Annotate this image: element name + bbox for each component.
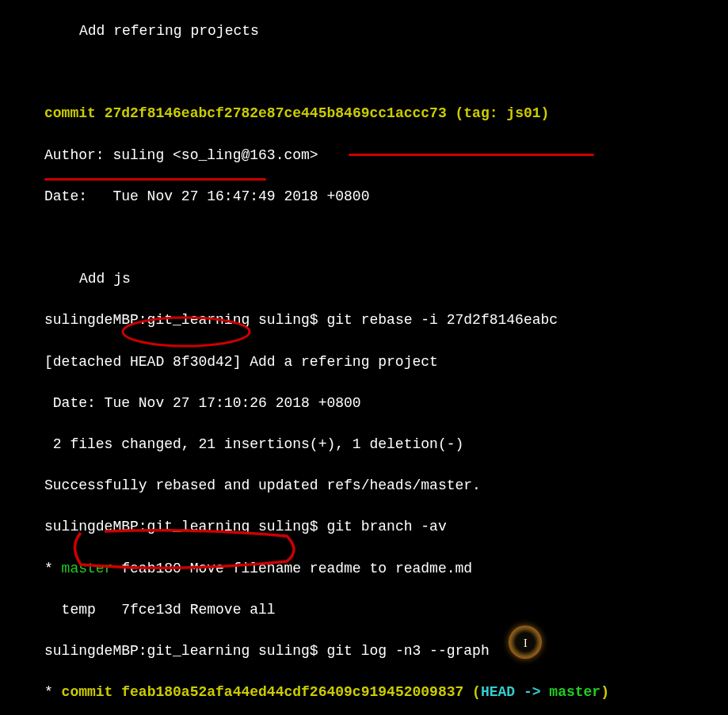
annotation-underline <box>44 178 266 181</box>
graph-commit-row: * commit feab180a52afa44ed44cdf26409c919… <box>44 682 684 702</box>
head-ref: HEAD -> <box>481 684 549 700</box>
tag-decor: ( <box>447 105 464 121</box>
branch-row: temp 7fce13d Remove all <box>44 599 684 620</box>
branch-ref: master <box>549 684 600 700</box>
shell-prompt: sulingdeMBP:git_learning suling$ <box>44 643 326 659</box>
commit-message-top: Add refering projects <box>44 21 684 41</box>
commit-header-1: commit 27d2f8146eabcf2782e87ce445b8469cc… <box>44 103 684 124</box>
text-cursor-icon: I <box>524 636 528 652</box>
commit-sha <box>96 105 105 121</box>
date-line: Date: Tue Nov 27 16:47:49 2018 +0800 <box>44 186 684 207</box>
prompt-line-log: sulingdeMBP:git_learning suling$ git log… <box>44 641 684 661</box>
shell-prompt: sulingdeMBP:git_learning suling$ <box>44 519 326 534</box>
blank-line <box>44 227 684 248</box>
annotation-underline <box>349 154 594 156</box>
command-text[interactable]: git log -n3 --graph <box>326 643 489 659</box>
commit-word: commit <box>44 105 96 121</box>
shell-prompt: sulingdeMBP:git_learning suling$ <box>44 312 326 328</box>
prompt-line-branch: sulingdeMBP:git_learning suling$ git bra… <box>44 516 684 537</box>
command-text[interactable]: git rebase -i 27d2f8146eabc <box>326 312 558 328</box>
commit-message: Add js <box>44 268 684 289</box>
detached-head-line: [detached HEAD 8f30d42] Add a refering p… <box>44 352 684 372</box>
terminal-output: Add refering projects commit 27d2f8146ea… <box>0 0 728 715</box>
prompt-line-rebase: sulingdeMBP:git_learning suling$ git reb… <box>44 310 684 330</box>
rebase-date: Date: Tue Nov 27 17:10:26 2018 +0800 <box>44 393 684 413</box>
rebase-success: Successfully rebased and updated refs/he… <box>44 475 684 496</box>
command-text[interactable]: git branch -av <box>326 519 446 534</box>
blank-line <box>44 62 684 82</box>
branch-row: * master feab180 Move filename readme to… <box>44 558 684 579</box>
rebase-stats: 2 files changed, 21 insertions(+), 1 del… <box>44 434 684 454</box>
current-branch: master <box>62 561 113 576</box>
